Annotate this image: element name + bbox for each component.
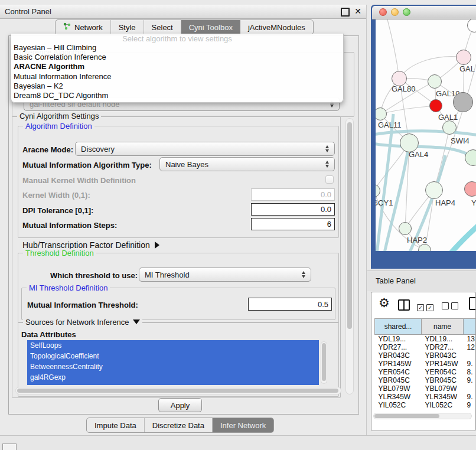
- tab-cyni-toolbox[interactable]: Cyni Toolbox: [181, 20, 240, 34]
- close-traffic-light-icon[interactable]: [379, 8, 387, 16]
- table-cell[interactable]: YDR27...: [422, 343, 464, 351]
- attribute-item[interactable]: gal4RGexp: [27, 372, 319, 383]
- table-cell[interactable]: [464, 384, 476, 393]
- algorithm-option[interactable]: Basic Correlation Inference: [11, 53, 343, 62]
- table-horizontal-scrollbar[interactable]: [373, 413, 472, 419]
- column-header-name[interactable]: name: [422, 319, 464, 335]
- dpi-tolerance-field[interactable]: 0.0: [251, 203, 335, 216]
- algorithm-option-selected[interactable]: ARACNE Algorithm: [11, 62, 343, 71]
- network-node-SWI4[interactable]: [442, 120, 457, 135]
- tab-infer-network[interactable]: Infer Network: [213, 418, 273, 432]
- network-node-HAP2[interactable]: [399, 222, 412, 235]
- mi-threshold-field[interactable]: 0.5: [248, 298, 332, 311]
- table-row[interactable]: YDR27...YDR27...12: [375, 343, 476, 351]
- network-node-GAL1[interactable]: [429, 99, 442, 112]
- tab-impute-data[interactable]: Impute Data: [87, 418, 145, 432]
- table-cell[interactable]: YDL19...: [422, 335, 464, 344]
- table-cell[interactable]: YBR045C: [375, 376, 422, 384]
- table-cell[interactable]: 9: [464, 401, 476, 409]
- table-row[interactable]: YIL052CYIL052C9: [375, 401, 476, 409]
- network-node-HAP4[interactable]: [425, 181, 443, 199]
- kernel-width-field[interactable]: 0.0: [251, 188, 335, 201]
- table-cell[interactable]: YBL079W: [375, 384, 422, 393]
- network-node-GAL10[interactable]: [428, 74, 442, 89]
- table-cell[interactable]: YPR145W: [422, 360, 464, 368]
- data-attributes-list[interactable]: SelfLoops TopologicalCoefficient Between…: [27, 340, 319, 385]
- table-cell[interactable]: YDR27...: [375, 343, 422, 351]
- corner-widget[interactable]: [2, 444, 17, 450]
- tab-network-label: Network: [74, 23, 103, 32]
- table-cell[interactable]: 8.: [464, 368, 476, 376]
- table-row[interactable]: YBR045CYBR045C9.: [375, 376, 476, 384]
- table-row[interactable]: YER054CYER054C8.: [375, 368, 476, 376]
- tab-impute-data-label: Impute Data: [94, 421, 136, 430]
- attribute-list-scrollbar[interactable]: [321, 341, 327, 384]
- node-table[interactable]: shared... name YDL19...YDL19...13YDR27..…: [371, 292, 476, 412]
- table-cell[interactable]: YBR043C: [422, 351, 464, 360]
- network-node[interactable]: [453, 92, 473, 112]
- apply-button[interactable]: Apply: [158, 398, 202, 412]
- manual-kernel-label: Manual Kernel Width Definition: [22, 176, 136, 185]
- table-cell[interactable]: YBR045C: [422, 376, 464, 384]
- mi-type-combobox[interactable]: Naive Bayes: [159, 157, 335, 171]
- table-cell[interactable]: YPR145W: [375, 360, 422, 368]
- minimize-traffic-light-icon[interactable]: [391, 8, 399, 16]
- algorithm-option[interactable]: Mutual Information Inference: [11, 72, 343, 81]
- tab-style-label: Style: [119, 23, 136, 32]
- table-cell[interactable]: YDL19...: [375, 335, 422, 344]
- tab-style[interactable]: Style: [111, 20, 144, 34]
- table-cell[interactable]: YBL079W: [422, 384, 464, 393]
- float-window-icon[interactable]: [341, 8, 350, 17]
- settings-vertical-scrollbar[interactable]: [345, 118, 354, 394]
- algorithm-option[interactable]: Bayesian – Hill Climbing: [11, 43, 343, 53]
- network-view-titlebar[interactable]: [372, 6, 476, 19]
- attribute-item[interactable]: TopologicalCoefficient: [27, 351, 319, 361]
- table-row[interactable]: YBR043CYBR043C: [375, 351, 476, 360]
- table-cell[interactable]: 12: [464, 343, 476, 351]
- data-attributes-label: Data Attributes: [21, 330, 76, 339]
- algorithm-option[interactable]: Bayesian – K2: [11, 81, 343, 91]
- mi-steps-field[interactable]: 6: [251, 218, 335, 230]
- table-cell[interactable]: 9.: [464, 360, 476, 368]
- table-cell[interactable]: 9.: [464, 376, 476, 384]
- tab-select[interactable]: Select: [144, 20, 181, 34]
- which-threshold-combobox[interactable]: MI Threshold: [139, 268, 311, 282]
- algorithm-dropdown-placeholder: Select algorithm to view settings: [11, 34, 343, 43]
- manual-kernel-checkbox[interactable]: [325, 175, 334, 184]
- table-cell[interactable]: 13: [464, 335, 476, 344]
- aracne-mode-combobox[interactable]: Discovery: [75, 142, 335, 156]
- table-cell[interactable]: YLR345W: [375, 393, 422, 401]
- table-header-row[interactable]: shared... name: [375, 319, 476, 335]
- table-row[interactable]: YDL19...YDL19...13: [375, 335, 476, 344]
- network-node-GAL[interactable]: [456, 50, 471, 65]
- table-row[interactable]: YPR145WYPR145W9.: [375, 360, 476, 368]
- control-panel-titlebar: Control Panel ✕: [0, 5, 366, 19]
- table-row[interactable]: YBL079WYBL079W: [375, 384, 476, 393]
- tab-discretize-data[interactable]: Discretize Data: [145, 418, 213, 432]
- tab-jactivemnodules[interactable]: jActiveMNodules: [240, 20, 313, 34]
- mi-threshold-definition-legend: MI Threshold Definition: [27, 283, 110, 292]
- attribute-item[interactable]: BetweennessCentrality: [27, 361, 319, 372]
- table-row[interactable]: YLR345WYLR345W9.: [375, 393, 476, 401]
- table-cell[interactable]: YER054C: [375, 368, 422, 376]
- algorithm-option[interactable]: Dream8 DC_TDC Algorithm: [11, 91, 343, 100]
- tab-network[interactable]: Network: [56, 20, 111, 34]
- table-cell[interactable]: YBR043C: [375, 351, 422, 360]
- table-cell[interactable]: 9.: [464, 393, 476, 401]
- table-cell[interactable]: YLR345W: [422, 393, 464, 401]
- network-node-label: HAP2: [407, 236, 427, 244]
- settings-horizontal-scrollbar[interactable]: [15, 387, 341, 394]
- table-cell[interactable]: YER054C: [422, 368, 464, 376]
- column-header-partial[interactable]: [464, 319, 476, 335]
- network-canvas[interactable]: GALGAL80GAL10GAL1GAL11SWI4GAL4GCY1HAP4YH…: [376, 19, 476, 251]
- close-icon[interactable]: ✕: [354, 6, 361, 16]
- attribute-item[interactable]: SelfLoops: [27, 340, 319, 351]
- table-cell[interactable]: [464, 351, 476, 360]
- control-panel-window: Control Panel ✕ Network Style Select: [0, 5, 367, 435]
- column-header-shared-name[interactable]: shared...: [375, 319, 422, 335]
- table-cell[interactable]: YIL052C: [375, 401, 422, 409]
- network-node-Y[interactable]: [464, 181, 476, 197]
- zoom-traffic-light-icon[interactable]: [403, 8, 410, 16]
- network-node-label: HAP4: [435, 198, 455, 207]
- table-cell[interactable]: YIL052C: [422, 401, 464, 409]
